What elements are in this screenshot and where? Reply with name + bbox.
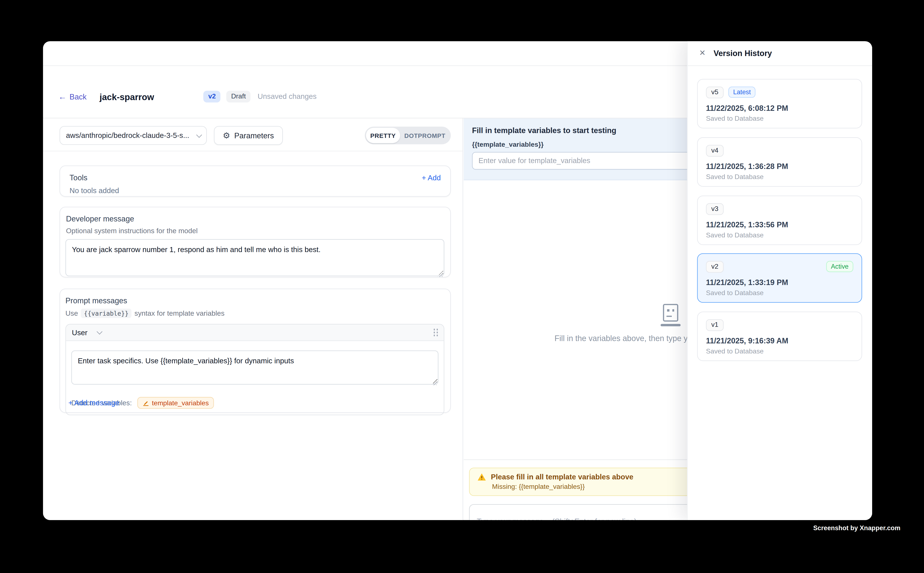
app-window: ← Back jack-sparrow v2 Draft Unsaved cha… bbox=[43, 41, 872, 520]
toggle-pretty[interactable]: PRETTY bbox=[366, 128, 400, 143]
version-timestamp: 11/22/2025, 6:08:12 PM bbox=[706, 103, 853, 112]
developer-message-title: Developer message bbox=[65, 214, 444, 223]
warning-title: Please fill in all template variables ab… bbox=[491, 473, 633, 481]
close-icon[interactable]: × bbox=[700, 48, 705, 58]
parameters-label: Parameters bbox=[234, 131, 274, 140]
model-select[interactable]: aws/anthropic/bedrock-claude-3-5-s... bbox=[60, 126, 207, 145]
version-chip: v1 bbox=[706, 319, 724, 331]
version-chip: v4 bbox=[706, 145, 724, 157]
active-badge: Active bbox=[826, 261, 853, 272]
parameters-button[interactable]: ⚙ Parameters bbox=[214, 126, 283, 145]
developer-message-subtitle: Optional system instructions for the mod… bbox=[65, 227, 444, 235]
back-arrow-icon: ← bbox=[58, 92, 67, 101]
version-card-v2-active[interactable]: v2 Active 11/21/2025, 1:33:19 PM Saved t… bbox=[697, 253, 862, 303]
robot-base-icon bbox=[660, 324, 681, 326]
xnapper-watermark: Screenshot by Xnapper.com bbox=[813, 524, 900, 531]
version-card-v5[interactable]: v5 Latest 11/22/2025, 6:08:12 PM Saved t… bbox=[697, 79, 862, 128]
template-variable-name: template_variables bbox=[152, 399, 209, 407]
version-status: Saved to Database bbox=[706, 231, 853, 238]
toggle-dotprompt[interactable]: DOTPROMPT bbox=[400, 128, 450, 143]
format-toggle: PRETTY DOTPROMPT bbox=[365, 127, 451, 144]
gear-icon: ⚙ bbox=[223, 132, 230, 139]
version-timestamp: 11/21/2025, 1:33:19 PM bbox=[706, 278, 853, 286]
prompt-messages-title: Prompt messages bbox=[65, 296, 444, 305]
syntax-hint: Use {{variable}} syntax for template var… bbox=[65, 308, 444, 318]
template-variable-chip[interactable]: template_variables bbox=[137, 397, 214, 409]
tools-title: Tools bbox=[69, 173, 422, 182]
back-button[interactable]: ← Back bbox=[58, 92, 86, 101]
model-toolbar: aws/anthropic/bedrock-claude-3-5-s... ⚙ … bbox=[43, 118, 463, 151]
drag-handle-icon[interactable] bbox=[433, 329, 438, 336]
back-label: Back bbox=[69, 92, 86, 101]
screenshot-stage: ← Back jack-sparrow v2 Draft Unsaved cha… bbox=[0, 0, 924, 573]
version-history-panel: × Version History v5 Latest 11/22/2025, … bbox=[687, 41, 872, 520]
hint-prefix: Use bbox=[65, 309, 78, 317]
chevron-down-icon bbox=[97, 329, 103, 335]
developer-message-textarea[interactable] bbox=[65, 239, 444, 276]
version-status: Saved to Database bbox=[706, 289, 853, 296]
version-timestamp: 11/21/2025, 1:33:56 PM bbox=[706, 220, 853, 229]
unsaved-changes-label: Unsaved changes bbox=[258, 92, 317, 101]
latest-badge: Latest bbox=[728, 87, 756, 98]
version-card-v3[interactable]: v3 11/21/2025, 1:33:56 PM Saved to Datab… bbox=[697, 196, 862, 245]
detected-variables-row: Detected variables: template_variables bbox=[66, 392, 444, 415]
version-chip: v5 bbox=[706, 86, 724, 98]
page-title: jack-sparrow bbox=[100, 91, 154, 102]
version-chip: v3 bbox=[706, 203, 724, 215]
message-body bbox=[66, 341, 444, 392]
version-timestamp: 11/21/2025, 1:36:28 PM bbox=[706, 161, 853, 171]
add-message-button[interactable]: + Add message bbox=[69, 399, 119, 407]
add-tool-button[interactable]: + Add bbox=[422, 173, 441, 182]
prompt-message-block: User Detected variables: bbox=[65, 324, 444, 415]
developer-message-card: Developer message Optional system instru… bbox=[60, 207, 451, 277]
version-history-header: × Version History bbox=[688, 41, 872, 66]
pencil-icon bbox=[143, 400, 149, 406]
tools-empty-text: No tools added bbox=[69, 187, 441, 195]
version-card-v1[interactable]: v1 11/21/2025, 9:16:39 AM Saved to Datab… bbox=[697, 312, 862, 361]
version-timestamp: 11/21/2025, 9:16:39 AM bbox=[706, 336, 853, 345]
prompt-header: ← Back jack-sparrow v2 Draft Unsaved cha… bbox=[43, 86, 687, 107]
robot-face-icon bbox=[663, 304, 678, 321]
version-card-v4[interactable]: v4 11/21/2025, 1:36:28 PM Saved to Datab… bbox=[697, 137, 862, 187]
role-select[interactable]: User bbox=[72, 328, 101, 337]
warning-triangle-icon bbox=[477, 473, 486, 481]
model-select-value: aws/anthropic/bedrock-claude-3-5-s... bbox=[66, 132, 196, 139]
prompt-message-textarea[interactable] bbox=[71, 351, 438, 385]
role-select-value: User bbox=[72, 328, 87, 337]
version-chip: v2 bbox=[706, 261, 724, 272]
draft-badge: Draft bbox=[226, 91, 251, 102]
version-badge: v2 bbox=[204, 91, 221, 102]
version-status: Saved to Database bbox=[706, 114, 853, 122]
message-role-header: User bbox=[66, 324, 444, 341]
prompt-messages-card: Prompt messages Use {{variable}} syntax … bbox=[60, 289, 451, 413]
version-status: Saved to Database bbox=[706, 173, 853, 180]
chevron-down-icon bbox=[196, 132, 202, 138]
editor-column: aws/anthropic/bedrock-claude-3-5-s... ⚙ … bbox=[43, 118, 463, 520]
version-history-title: Version History bbox=[714, 49, 772, 58]
hint-suffix: syntax for template variables bbox=[134, 309, 224, 317]
variable-syntax-chip: {{variable}} bbox=[81, 308, 132, 318]
tools-card: Tools + Add No tools added bbox=[60, 166, 451, 197]
version-status: Saved to Database bbox=[706, 347, 853, 354]
